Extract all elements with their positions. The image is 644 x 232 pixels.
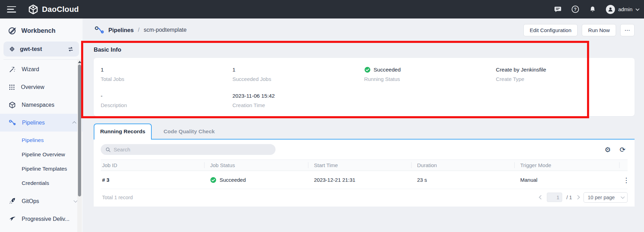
sidebar-subitem-pipeline-templates[interactable]: Pipeline Templates bbox=[0, 162, 83, 176]
prev-page-icon[interactable] bbox=[539, 195, 543, 200]
cell-start-time: 2023-12-21 21:31 bbox=[308, 177, 412, 183]
records-table: Job ID Job Status Start Time Duration Tr… bbox=[101, 159, 628, 189]
tab-code-quality-check[interactable]: Code Quality Check bbox=[152, 124, 227, 139]
main-content: Pipelines / scm-podtemplate Edit Configu… bbox=[83, 18, 644, 232]
col-trigger-mode: Trigger Mode bbox=[515, 162, 620, 168]
workspace-icon bbox=[8, 45, 16, 53]
workspace-selector[interactable]: gwt-test bbox=[3, 42, 79, 57]
running-records-panel: ⚙ ⟳ Job ID Job Status Start Time Duratio… bbox=[94, 139, 635, 207]
sidebar-subitem-credentials[interactable]: Credentials bbox=[0, 176, 83, 190]
cell-duration: 23 s bbox=[412, 177, 515, 183]
col-start-time: Start Time bbox=[308, 162, 412, 168]
pipelines-icon bbox=[94, 24, 105, 36]
table-footer: Total 1 record / 1 10 per page bbox=[101, 189, 628, 205]
success-check-icon bbox=[364, 67, 371, 73]
chevron-down-icon bbox=[621, 195, 624, 199]
sidebar-item-wizard[interactable]: Wizard bbox=[0, 60, 83, 78]
refresh-icon[interactable]: ⟳ bbox=[620, 146, 625, 153]
notifications-icon[interactable] bbox=[588, 5, 597, 14]
table-header: Job ID Job Status Start Time Duration Tr… bbox=[101, 159, 628, 171]
breadcrumb: Pipelines / scm-podtemplate bbox=[94, 24, 187, 36]
bird-icon bbox=[8, 215, 16, 223]
sidebar-item-pipelines[interactable]: Pipelines bbox=[0, 114, 83, 132]
sidebar-item-namespaces[interactable]: Namespaces bbox=[0, 96, 83, 114]
breadcrumb-root[interactable]: Pipelines bbox=[108, 27, 134, 33]
page-number-input[interactable] bbox=[547, 193, 562, 202]
sidebar-item-gitops[interactable]: GitOps bbox=[0, 192, 83, 210]
table-row: # 3 Succeeded 2023-12-21 21:31 23 s Manu… bbox=[101, 171, 628, 189]
cell-trigger-mode: Manual bbox=[515, 177, 620, 183]
field-description: - Description bbox=[101, 92, 232, 119]
sidebar-subitem-pipeline-overview[interactable]: Pipeline Overview bbox=[0, 147, 83, 162]
col-duration: Duration bbox=[412, 162, 515, 168]
user-menu[interactable]: admin bbox=[606, 5, 638, 14]
breadcrumb-current: scm-podtemplate bbox=[144, 27, 187, 33]
cell-job-id: # 3 bbox=[101, 177, 205, 183]
breadcrumb-separator: / bbox=[138, 27, 139, 33]
tab-running-records[interactable]: Running Records bbox=[94, 124, 152, 139]
chevron-down-icon bbox=[636, 7, 639, 10]
workbench-icon bbox=[8, 26, 17, 35]
divider bbox=[3, 59, 79, 60]
menu-toggle-icon[interactable] bbox=[7, 6, 16, 13]
scrollbar-thumb[interactable] bbox=[78, 65, 81, 196]
run-now-button[interactable]: Run Now bbox=[582, 24, 616, 36]
daocloud-logo-icon bbox=[28, 4, 38, 15]
sidebar-scrollbar[interactable] bbox=[77, 59, 82, 232]
user-name: admin bbox=[618, 6, 632, 12]
field-succeeded-jobs: 1 Succeeded Jobs bbox=[232, 66, 364, 92]
cell-job-status: Succeeded bbox=[210, 177, 308, 183]
sidebar-subitem-pipelines[interactable]: Pipelines bbox=[0, 133, 83, 147]
tab-bar: Running Records Code Quality Check bbox=[94, 124, 635, 139]
col-job-status: Job Status bbox=[205, 162, 308, 168]
pipelines-icon bbox=[8, 119, 16, 127]
success-check-icon bbox=[210, 177, 216, 183]
field-create-type: Create by Jenkinsfile Create Type bbox=[496, 66, 628, 92]
total-records-text: Total 1 record bbox=[101, 195, 133, 200]
topbar: DaoCloud ? admin bbox=[0, 0, 644, 18]
workspace-name: gwt-test bbox=[20, 46, 63, 52]
status-text: Succeeded bbox=[374, 67, 401, 73]
brand-name: DaoCloud bbox=[42, 5, 79, 14]
message-icon[interactable] bbox=[553, 5, 562, 14]
field-total-jobs: 1 Total Jobs bbox=[101, 66, 232, 92]
pipelines-submenu: Pipelines Pipeline Overview Pipeline Tem… bbox=[0, 133, 83, 190]
col-job-id: Job ID bbox=[101, 162, 205, 168]
workbench-header[interactable]: Workbench bbox=[0, 18, 83, 41]
page-size-select[interactable]: 10 per page bbox=[584, 192, 628, 203]
header-actions: Edit Configuration Run Now ⋯ bbox=[523, 24, 635, 36]
field-creation-time: 2023-11-06 15:42 Creation Time bbox=[232, 92, 364, 119]
search-input[interactable] bbox=[114, 147, 271, 152]
switch-workspace-icon[interactable] bbox=[67, 46, 74, 53]
sidebar-menu: Wizard Overview Namespaces Pipelines Pip… bbox=[0, 60, 83, 228]
pagination: / 1 10 per page bbox=[539, 192, 628, 203]
wizard-icon bbox=[8, 66, 16, 73]
field-running-status: Succeeded Running Status bbox=[364, 66, 496, 92]
search-box[interactable] bbox=[101, 144, 276, 155]
records-toolbar: ⚙ ⟳ bbox=[101, 144, 628, 155]
basic-info-title: Basic Info bbox=[94, 46, 635, 53]
scroll-up-arrow[interactable] bbox=[78, 61, 81, 63]
settings-icon[interactable]: ⚙ bbox=[604, 146, 611, 153]
help-icon[interactable]: ? bbox=[571, 5, 579, 14]
rocket-icon bbox=[8, 197, 16, 205]
search-icon bbox=[105, 147, 111, 152]
page-total-text: / 1 bbox=[566, 195, 572, 200]
sidebar: Workbench gwt-test Wizard Overview bbox=[0, 18, 83, 232]
cube-icon bbox=[8, 101, 16, 109]
edit-configuration-button[interactable]: Edit Configuration bbox=[523, 24, 578, 36]
avatar bbox=[606, 5, 615, 14]
workbench-label: Workbench bbox=[21, 27, 56, 35]
more-actions-button[interactable]: ⋯ bbox=[620, 24, 635, 36]
daocloud-logo[interactable]: DaoCloud bbox=[28, 4, 79, 15]
page-header: Pipelines / scm-podtemplate Edit Configu… bbox=[94, 18, 635, 42]
basic-info-card: 1 Total Jobs 1 Succeeded Jobs Succeeded … bbox=[94, 58, 635, 116]
grid-icon bbox=[8, 84, 15, 91]
next-page-icon[interactable] bbox=[575, 195, 580, 200]
chevron-up-icon bbox=[72, 121, 76, 125]
row-actions-icon[interactable]: ⋮ bbox=[623, 176, 628, 184]
sidebar-item-progressive-delivery[interactable]: Progressive Deliv... bbox=[0, 210, 83, 228]
sidebar-item-overview[interactable]: Overview bbox=[0, 78, 83, 96]
